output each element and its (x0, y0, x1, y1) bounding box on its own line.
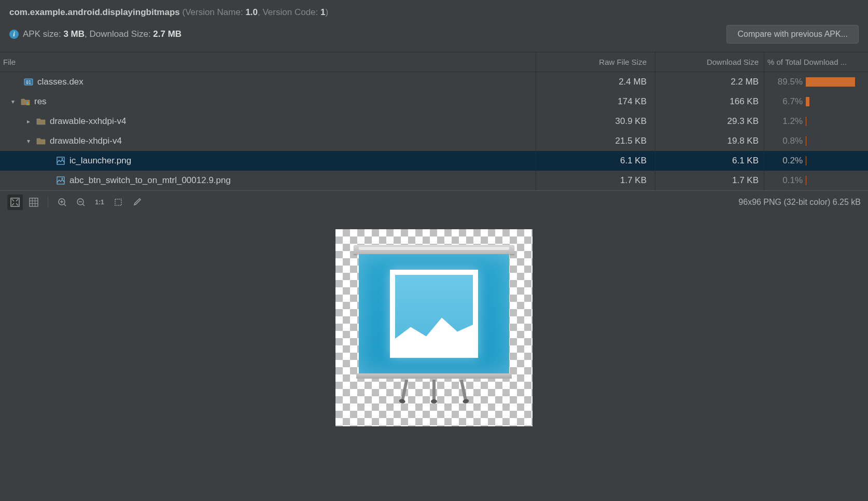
percent-cell: 0.2% (764, 151, 868, 171)
preview-info: 96x96 PNG (32-bit color) 6.25 kB (738, 198, 861, 207)
table-row[interactable]: 01classes.dex2.4 MB2.2 MB89.5% (0, 72, 868, 92)
download-size: 19.8 KB (655, 131, 764, 151)
svg-point-8 (62, 178, 63, 179)
table-row[interactable]: ▾drawable-xhdpi-v421.5 KB19.8 KB0.8% (0, 131, 868, 151)
apk-size: 3 MB (63, 29, 85, 39)
image-file-icon (56, 176, 65, 185)
preview-panel: 1:1 96x96 PNG (32-bit color) 6.25 kB (0, 190, 868, 501)
svg-point-6 (62, 158, 63, 160)
apk-title-line: com.example.android.displayingbitmaps (V… (9, 7, 859, 18)
percent-cell: 89.5% (764, 72, 868, 92)
svg-rect-4 (28, 104, 30, 105)
raw-size: 21.5 KB (536, 131, 655, 151)
table-row[interactable]: ▾res174 KB166 KB6.7% (0, 92, 868, 112)
transparency-checker (335, 229, 533, 426)
preview-toolbar: 1:1 96x96 PNG (32-bit color) 6.25 kB (0, 191, 868, 214)
chevron-down-icon[interactable]: ▾ (9, 98, 17, 105)
file-name: drawable-xhdpi-v4 (50, 136, 122, 146)
percent-text: 0.2% (767, 156, 803, 166)
file-name: classes.dex (37, 77, 83, 87)
percent-text: 1.2% (767, 116, 803, 127)
file-table: File Raw File Size Download Size % of To… (0, 52, 868, 190)
percent-cell: 0.8% (764, 131, 868, 151)
apk-size-line: i APK size: 3 MB, Download Size: 2.7 MB (9, 29, 181, 39)
svg-line-16 (64, 204, 66, 206)
file-name: drawable-xxhdpi-v4 (50, 116, 126, 127)
version-name: 1.0 (245, 7, 258, 17)
compare-apk-button[interactable]: Compare with previous APK... (726, 25, 859, 44)
svg-rect-22 (115, 199, 121, 205)
download-size: 29.3 KB (655, 112, 764, 131)
table-row[interactable]: ▸drawable-xxhdpi-v430.9 KB29.3 KB1.2% (0, 112, 868, 131)
crop-button[interactable] (110, 194, 126, 210)
column-raw-size[interactable]: Raw File Size (536, 52, 655, 72)
actual-size-button[interactable]: 1:1 (92, 194, 107, 210)
zoom-in-button[interactable] (54, 194, 70, 210)
folder-icon (36, 136, 46, 146)
raw-size: 30.9 KB (536, 112, 655, 131)
image-file-icon (56, 156, 65, 165)
folder-icon (36, 117, 46, 126)
raw-size: 6.1 KB (536, 151, 655, 171)
color-picker-button[interactable] (129, 194, 145, 210)
chevron-right-icon[interactable]: ▸ (25, 118, 32, 125)
package-name: com.example.android.displayingbitmaps (9, 7, 180, 17)
download-size: 166 KB (655, 92, 764, 112)
fit-to-window-button[interactable] (7, 194, 23, 210)
raw-size: 1.7 KB (536, 171, 655, 190)
svg-rect-3 (26, 102, 28, 104)
percent-cell: 1.2% (764, 112, 868, 131)
column-percent[interactable]: % of Total Download ... (764, 52, 868, 72)
download-size: 1.7 KB (655, 171, 764, 190)
table-row[interactable]: ic_launcher.png6.1 KB6.1 KB0.2% (0, 151, 868, 171)
download-size: 6.1 KB (655, 151, 764, 171)
info-icon: i (9, 30, 19, 39)
image-preview (351, 245, 517, 411)
toolbar-separator (48, 197, 48, 208)
column-file[interactable]: File (0, 52, 536, 72)
percent-text: 0.1% (767, 175, 803, 186)
folder-icon (21, 97, 30, 106)
file-name: abc_btn_switch_to_on_mtrl_00012.9.png (69, 175, 231, 186)
file-name: res (34, 96, 47, 107)
raw-size: 174 KB (536, 92, 655, 112)
chevron-down-icon[interactable]: ▾ (25, 137, 32, 145)
raw-size: 2.4 MB (536, 72, 655, 92)
file-name: ic_launcher.png (69, 156, 131, 166)
column-download-size[interactable]: Download Size (655, 52, 764, 72)
percent-text: 89.5% (767, 77, 803, 87)
svg-text:01: 01 (26, 80, 31, 85)
svg-rect-10 (30, 198, 38, 206)
download-size: 2.7 MB (153, 29, 181, 39)
dex-file-icon: 01 (24, 77, 33, 87)
grid-button[interactable] (26, 194, 41, 210)
percent-cell: 6.7% (764, 92, 868, 112)
svg-line-20 (83, 204, 85, 206)
percent-text: 6.7% (767, 96, 803, 107)
download-size: 2.2 MB (655, 72, 764, 92)
table-header: File Raw File Size Download Size % of To… (0, 52, 868, 72)
preview-canvas[interactable] (0, 214, 868, 501)
percent-text: 0.8% (767, 136, 803, 146)
zoom-out-button[interactable] (73, 194, 89, 210)
table-row[interactable]: abc_btn_switch_to_on_mtrl_00012.9.png1.7… (0, 171, 868, 190)
apk-header: com.example.android.displayingbitmaps (V… (0, 0, 868, 52)
percent-cell: 0.1% (764, 171, 868, 190)
